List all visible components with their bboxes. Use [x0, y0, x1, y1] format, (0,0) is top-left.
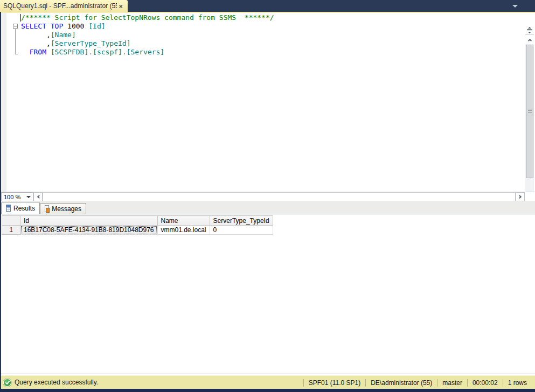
code-token: 1000 [67, 22, 84, 30]
check-circle-icon [3, 379, 11, 387]
grid-column-header[interactable]: ServerType_TypeId [210, 216, 273, 226]
results-tab-strip: Results Messages [0, 201, 535, 214]
grid-corner-cell[interactable] [2, 216, 20, 226]
status-right-segments: SPF01 (11.0 SP1)DE\administrator (55)mas… [303, 376, 532, 389]
status-segment: 00:00:02 [468, 379, 503, 387]
code-token: , [21, 31, 51, 39]
grid-cell[interactable]: vmm01.de.local [157, 226, 210, 235]
grid-column-header[interactable]: Id [20, 216, 158, 226]
grid-cell[interactable]: 0 [210, 226, 273, 235]
table-row: 116B17C08-5AFE-4134-91B8-819D1048D976vmm… [2, 226, 273, 235]
code-token: [ServerType_TypeId] [51, 39, 131, 47]
document-tab[interactable]: SQLQuery1.sql - SPF...administrator (55)… [0, 0, 128, 12]
scroll-up-button[interactable] [525, 35, 534, 44]
results-table: IdNameServerType_TypeId116B17C08-5AFE-41… [2, 215, 273, 235]
code-token: . [122, 48, 127, 56]
code-token: [Name] [51, 31, 76, 39]
grid-row-number[interactable]: 1 [2, 226, 20, 235]
status-bar: Query executed successfully. SPF01 (11.0… [0, 375, 535, 389]
code-token [46, 48, 51, 56]
split-window-icon [527, 27, 532, 33]
code-token: TOP [51, 22, 63, 30]
code-token [21, 48, 30, 56]
tab-messages-label: Messages [52, 205, 81, 213]
code-token: FROM [30, 48, 46, 56]
chevron-right-icon [517, 195, 521, 199]
status-segment: SPF01 (11.0 SP1) [304, 379, 366, 387]
code-token: . [88, 48, 93, 56]
code-line[interactable]: ,[Name] [21, 31, 274, 39]
code-token [63, 22, 67, 30]
code-token: , [21, 39, 51, 47]
scroll-right-button[interactable] [516, 192, 525, 201]
editor-bottom-bar: 100 % [0, 192, 535, 201]
code-line[interactable]: SELECT TOP 1000 [Id] [21, 22, 274, 31]
status-segment: master [437, 379, 467, 387]
editor-selection-margin [1, 13, 6, 192]
vertical-scrollbar[interactable] [525, 26, 534, 205]
tab-results-label: Results [13, 205, 35, 212]
horizontal-scrollbar-track[interactable] [43, 192, 516, 201]
zoom-level-value: 100 % [4, 194, 20, 200]
ssms-window: SQLQuery1.sql - SPF...administrator (55)… [0, 0, 535, 392]
combo-dropdown-icon [26, 196, 31, 198]
code-line[interactable]: ,[ServerType_TypeId] [21, 39, 274, 48]
window-left-border [0, 12, 1, 389]
code-line[interactable]: /****** Script for SelectTopNRows comman… [21, 13, 274, 22]
code-token [46, 22, 51, 30]
code-fold-guide [15, 29, 18, 54]
document-tab-title: SQLQuery1.sql - SPF...administrator (55)… [3, 2, 117, 10]
chevron-left-icon [37, 195, 40, 199]
grid-column-header[interactable]: Name [157, 216, 210, 226]
code-fold-collapse-icon[interactable] [13, 24, 18, 29]
code-line[interactable]: FROM [SCSPFDB].[scspf].[Servers] [21, 48, 274, 57]
messages-icon [45, 205, 49, 212]
tab-messages[interactable]: Messages [40, 203, 86, 214]
status-segment: DE\administrator (55) [366, 379, 437, 387]
sql-editor[interactable]: /****** Script for SelectTopNRows comman… [0, 13, 535, 192]
code-token: [SCSPFDB] [51, 48, 88, 56]
code-token: [Id] [88, 22, 105, 30]
document-tab-bar: SQLQuery1.sql - SPF...administrator (55)… [0, 0, 535, 12]
scroll-left-button[interactable] [33, 192, 43, 201]
code-token: [Servers] [127, 48, 164, 56]
results-grid-pane: IdNameServerType_TypeId116B17C08-5AFE-41… [0, 214, 535, 374]
vertical-scrollbar-thumb[interactable] [526, 45, 533, 178]
window-bottom-border [0, 389, 535, 392]
code-token: /****** Script for SelectTopNRows comman… [21, 13, 274, 22]
tab-overflow-chevron-icon[interactable] [512, 5, 518, 8]
chevron-up-icon [527, 38, 531, 42]
code-token: SELECT [21, 22, 46, 30]
splitter-handle-icon[interactable] [525, 26, 534, 35]
results-grid-icon [6, 205, 11, 212]
status-message: Query executed successfully. [15, 379, 98, 386]
status-segment: 1 rows [503, 379, 532, 387]
zoom-level-combobox[interactable]: 100 % [1, 192, 33, 201]
tab-results[interactable]: Results [1, 202, 40, 214]
close-icon[interactable]: × [117, 3, 124, 10]
grid-cell[interactable]: 16B17C08-5AFE-4134-91B8-819D1048D976 [20, 226, 158, 235]
code-token: [scspf] [93, 48, 122, 56]
code-lines: /****** Script for SelectTopNRows comman… [21, 13, 274, 57]
